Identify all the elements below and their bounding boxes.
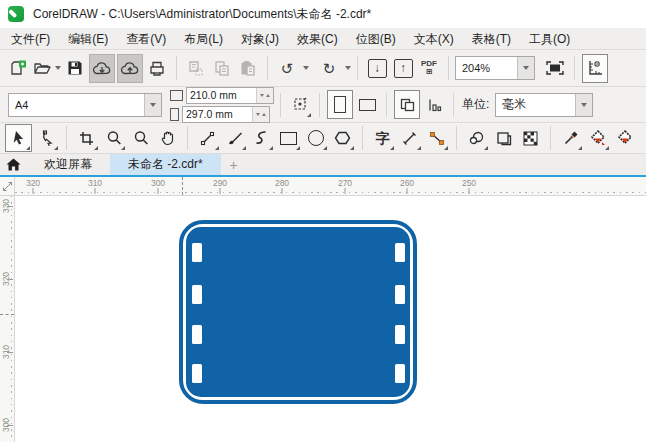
show-rulers-button[interactable] [582,54,608,83]
dimension-tool[interactable] [397,125,422,151]
menu-effects[interactable]: 效果(C) [288,28,347,50]
cloud-upload-icon [120,60,140,77]
artistic-media-tool[interactable] [222,125,247,151]
zoom-tool[interactable] [101,125,126,151]
page-width-icon [170,90,183,101]
export-button[interactable]: ↑ [391,55,415,82]
save-button[interactable] [63,55,87,82]
page-width-input[interactable] [187,89,256,101]
toolbox-separator [456,126,457,150]
menu-view[interactable]: 查看(V) [117,28,175,50]
vertical-ruler[interactable]: 330 320 310 300 [0,196,15,442]
text-tool[interactable]: 字 [370,125,395,151]
page-width-field-wrap [186,87,274,104]
undo-dropdown-caret-icon[interactable] [303,66,309,70]
cloud-upload-button[interactable] [117,54,143,83]
landscape-icon [359,99,376,111]
portrait-button[interactable] [327,90,353,119]
freehand-tool[interactable] [195,125,220,151]
menu-layout[interactable]: 布局(L) [175,28,232,50]
interactive-fill-tool[interactable] [585,125,610,151]
menu-bitmaps[interactable]: 位图(B) [347,28,405,50]
menu-table[interactable]: 表格(T) [463,28,520,50]
menu-file[interactable]: 文件(F) [2,28,59,50]
horizontal-ruler[interactable]: 320 310 300 290 280 270 260 250 [15,177,646,196]
film-strip-shape[interactable] [179,220,417,404]
all-pages-button[interactable] [394,90,420,119]
landscape-button[interactable] [355,91,379,118]
pick-tool[interactable] [5,124,32,152]
units-dropdown-button[interactable] [575,94,592,116]
page-height-field-wrap [182,106,270,123]
page-size-combo[interactable]: A4 [8,93,162,117]
open-folder-icon [33,60,52,76]
ruler-origin-corner[interactable] [0,177,15,196]
zoom-level-combo[interactable]: 204% [455,56,535,80]
open-button[interactable] [33,55,61,82]
open-dropdown-caret-icon[interactable] [55,66,61,70]
spinner-down-icon[interactable] [256,113,260,116]
menu-text[interactable]: 文本(X) [405,28,463,50]
transparency-tool[interactable] [491,125,516,151]
new-document-button[interactable] [7,55,31,82]
pen-curve-icon [254,130,269,146]
print-button[interactable] [145,55,169,82]
toolbox-separator [66,126,67,150]
page-height-spinner[interactable] [252,107,269,122]
ruler-major-tick [345,188,346,194]
cloud-download-icon [92,60,112,77]
page-width-spinner[interactable] [256,88,273,103]
shape-tool[interactable] [34,125,59,151]
cloud-download-button[interactable] [89,54,115,83]
tab-welcome-screen[interactable]: 欢迎屏幕 [26,154,110,175]
current-page-button[interactable] [422,91,446,118]
color-eyedropper-tool[interactable] [558,125,583,151]
drawing-canvas[interactable] [15,196,646,442]
menu-bar: 文件(F) 编辑(E) 查看(V) 布局(L) 对象(J) 效果(C) 位图(B… [0,28,646,50]
rectangle-tool[interactable] [276,125,301,151]
tab-document[interactable]: 未命名 -2.cdr* [110,154,221,175]
toolbar-separator [176,56,177,80]
import-button[interactable]: ↓ [365,55,389,82]
polygon-tool[interactable] [330,125,355,151]
mesh-fill-tool[interactable] [518,125,543,151]
zoom-dropdown-button[interactable] [517,57,534,79]
ellipse-tool[interactable] [303,125,328,151]
pen-tool[interactable] [249,125,274,151]
save-icon [67,60,83,76]
smart-fill-icon [616,130,634,147]
fullscreen-preview-button[interactable] [543,55,567,82]
polygon-tool-icon [334,130,351,146]
ruler-label: 290 [213,178,227,188]
menu-edit[interactable]: 编辑(E) [59,28,117,50]
import-icon: ↓ [368,59,387,78]
pick-tool-icon [12,130,26,146]
transparency-icon [496,131,512,146]
redo-button[interactable]: ↻ [317,55,341,82]
pan-tool[interactable] [155,125,180,151]
cut-icon [187,60,205,77]
publish-pdf-button[interactable]: PDF⊞ [417,55,441,82]
cut-button [184,55,208,82]
magnifier-tool[interactable] [128,125,153,151]
redo-dropdown-caret-icon[interactable] [345,66,351,70]
page-size-dropdown-button[interactable] [144,94,161,116]
spinner-up-icon[interactable] [266,94,270,97]
connector-tool[interactable] [424,125,449,151]
toolbar-separator [267,56,268,80]
home-tab-button[interactable] [0,154,26,175]
crop-tool[interactable] [74,125,99,151]
ruler-label: 250 [462,178,476,188]
undo-icon: ↺ [281,61,294,76]
page-height-input[interactable] [183,108,252,120]
menu-tools[interactable]: 工具(O) [520,28,579,50]
smart-fill-tool[interactable] [612,125,637,151]
new-document-tab-button[interactable]: + [221,154,247,175]
spinner-up-icon[interactable] [262,113,266,116]
undo-button[interactable]: ↺ [275,55,299,82]
menu-object[interactable]: 对象(J) [232,28,288,50]
units-combo[interactable]: 毫米 [495,93,593,117]
spinner-down-icon[interactable] [260,94,264,97]
autofit-page-button[interactable] [288,91,312,118]
drop-shadow-tool[interactable] [464,125,489,151]
